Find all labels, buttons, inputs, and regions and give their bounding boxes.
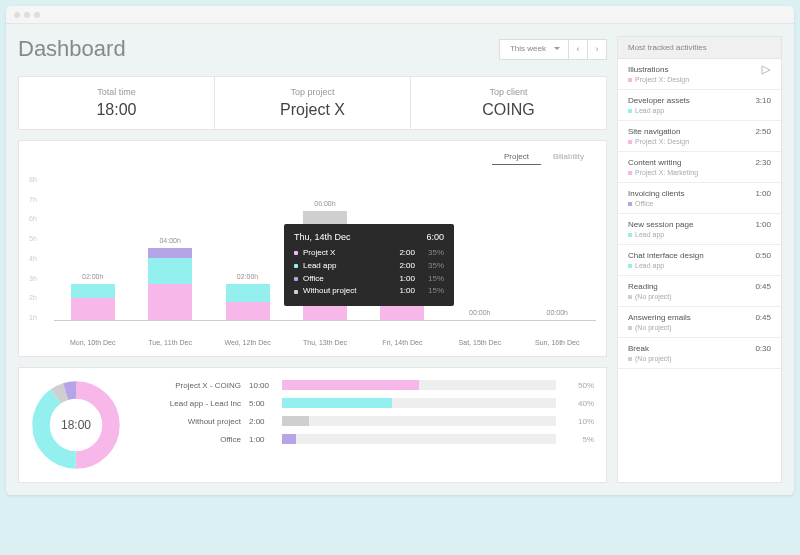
- breakdown-fill: [282, 416, 309, 426]
- y-tick: 8h: [29, 176, 49, 183]
- bar-label: 02:00h: [237, 273, 258, 280]
- project-bullet-icon: [628, 326, 632, 330]
- next-button[interactable]: ›: [587, 39, 607, 60]
- activity-row[interactable]: Content writingProject X: Marketing2:30: [618, 152, 781, 183]
- activity-name: Chat interface design: [628, 251, 755, 260]
- activity-project: Lead app: [628, 231, 755, 238]
- card-value: COING: [411, 101, 606, 119]
- breakdown-row: Without project2:0010%: [141, 416, 594, 426]
- summary-cards: Total time 18:00 Top project Project X T…: [18, 76, 607, 130]
- x-tick: Mon, 10th Dec: [68, 339, 118, 346]
- activity-row[interactable]: Developer assetsLead app3:10: [618, 90, 781, 121]
- activity-row[interactable]: Site navigationProject X: Design2:50: [618, 121, 781, 152]
- activity-project: Lead app: [628, 262, 755, 269]
- card-total-time: Total time 18:00: [19, 77, 215, 129]
- tooltip-title: Thu, 14th Dec: [294, 232, 351, 242]
- tooltip-pct: 35%: [428, 247, 444, 260]
- activity-project: Project X: Design: [628, 76, 761, 83]
- y-tick: 4h: [29, 255, 49, 262]
- window-dot: [14, 12, 20, 18]
- bar-label: 04:00h: [159, 237, 180, 244]
- bar-column[interactable]: 04:00h: [145, 176, 195, 320]
- tab-billability[interactable]: Billability: [541, 149, 596, 165]
- content: Dashboard This week ‹ › Total time 18:00…: [6, 24, 794, 495]
- bar-column[interactable]: 00:00h: [455, 176, 505, 320]
- project-bullet-icon: [628, 171, 632, 175]
- activity-row[interactable]: Break(No project)0:30: [618, 338, 781, 369]
- x-axis: Mon, 10th DecTue, 11th DecWed, 12th DecT…: [54, 339, 596, 346]
- activity-name: Break: [628, 344, 755, 353]
- breakdown-label: Without project: [141, 417, 241, 426]
- play-icon[interactable]: [761, 65, 771, 75]
- project-bullet-icon: [628, 295, 632, 299]
- breakdown-pct: 50%: [564, 381, 594, 390]
- breakdown-track: [282, 380, 556, 390]
- activity-time: 2:50: [755, 127, 771, 145]
- tooltip-bullet: [294, 290, 298, 294]
- activity-row[interactable]: Reading(No project)0:45: [618, 276, 781, 307]
- card-label: Total time: [19, 87, 214, 97]
- breakdown-label: Office: [141, 435, 241, 444]
- activity-row[interactable]: Invoicing clientsOffice1:00: [618, 183, 781, 214]
- bar-segment: [71, 284, 115, 299]
- tooltip-row: Lead app2:0035%: [294, 260, 444, 273]
- project-bullet-icon: [628, 78, 632, 82]
- bar-segment: [71, 298, 115, 320]
- activity-time: 0:45: [755, 282, 771, 300]
- bar-column[interactable]: 00:00h: [532, 176, 582, 320]
- breakdown-fill: [282, 380, 419, 390]
- activity-time: 3:10: [755, 96, 771, 114]
- x-tick: Tue, 11th Dec: [145, 339, 195, 346]
- breakdown-fill: [282, 398, 392, 408]
- donut-chart: 18:00: [31, 380, 121, 470]
- tooltip-pct: 15%: [428, 285, 444, 298]
- donut-center-text: 18:00: [61, 418, 91, 432]
- activity-name: Site navigation: [628, 127, 755, 136]
- x-tick: Sun, 16th Dec: [532, 339, 582, 346]
- bar-chart: 8h7h6h5h4h3h2h1h 02:00h04:00h02:00h06:00…: [29, 176, 596, 346]
- tooltip-label: Lead app: [303, 260, 336, 273]
- activity-row[interactable]: New session pageLead app1:00: [618, 214, 781, 245]
- activities-sidebar: Most tracked activities IllustrationsPro…: [617, 36, 782, 483]
- activity-time: 0:30: [755, 344, 771, 362]
- breakdown-pct: 40%: [564, 399, 594, 408]
- tooltip-time: 1:00: [399, 273, 415, 286]
- bar-column[interactable]: 02:00h: [68, 176, 118, 320]
- activity-row[interactable]: IllustrationsProject X: Design: [618, 59, 781, 90]
- tooltip-time: 2:00: [399, 260, 415, 273]
- titlebar: [6, 6, 794, 24]
- window-dot: [24, 12, 30, 18]
- activity-name: Invoicing clients: [628, 189, 755, 198]
- x-tick: Thu, 13th Dec: [300, 339, 350, 346]
- bar-label: 00:00h: [547, 309, 568, 316]
- card-label: Top project: [215, 87, 410, 97]
- bar-label: 02:00h: [82, 273, 103, 280]
- y-tick: 6h: [29, 215, 49, 222]
- tooltip-total: 6:00: [426, 232, 444, 242]
- breakdown-time: 2:00: [249, 417, 274, 426]
- page-title: Dashboard: [18, 36, 126, 62]
- bar-segment: [148, 284, 192, 320]
- tooltip-time: 2:00: [399, 247, 415, 260]
- bar-segment: [380, 306, 424, 321]
- breakdown-row: Office1:005%: [141, 434, 594, 444]
- activity-row[interactable]: Answering emails(No project)0:45: [618, 307, 781, 338]
- tab-project[interactable]: Project: [492, 149, 541, 165]
- activity-row[interactable]: Chat interface designLead app0:50: [618, 245, 781, 276]
- breakdown-track: [282, 416, 556, 426]
- activity-project: Project X: Design: [628, 138, 755, 145]
- bar-label: 00:00h: [469, 309, 490, 316]
- activity-name: Reading: [628, 282, 755, 291]
- breakdown-pct: 10%: [564, 417, 594, 426]
- period-select[interactable]: This week: [499, 39, 569, 60]
- activity-project: (No project): [628, 293, 755, 300]
- tooltip-row: Office1:0015%: [294, 273, 444, 286]
- breakdown-fill: [282, 434, 296, 444]
- tooltip-row: Without project1:0015%: [294, 285, 444, 298]
- breakdown-time: 1:00: [249, 435, 274, 444]
- activity-time: 0:45: [755, 313, 771, 331]
- prev-button[interactable]: ‹: [568, 39, 588, 60]
- page-header: Dashboard This week ‹ ›: [18, 36, 607, 62]
- y-tick: 2h: [29, 294, 49, 301]
- bar-column[interactable]: 02:00h: [223, 176, 273, 320]
